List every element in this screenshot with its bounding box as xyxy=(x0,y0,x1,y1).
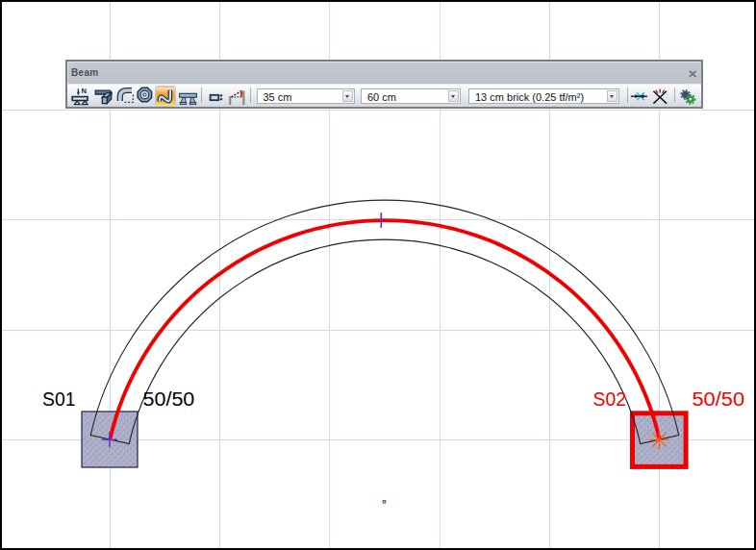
svg-text:S02: S02 xyxy=(593,388,626,410)
svg-text:N: N xyxy=(81,87,86,95)
svg-text:S01: S01 xyxy=(42,388,75,410)
svg-text:50/50: 50/50 xyxy=(143,388,195,410)
svg-text:50/50: 50/50 xyxy=(693,388,745,410)
